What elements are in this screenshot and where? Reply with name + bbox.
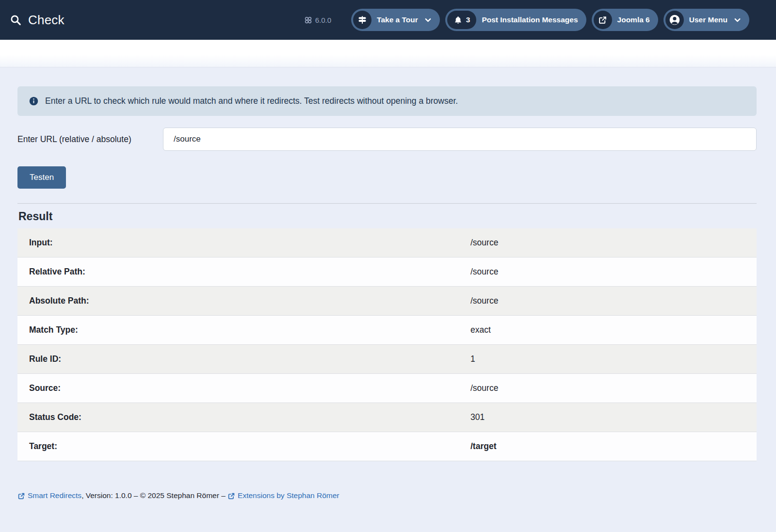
chevron-down-icon [424,16,432,24]
result-row-value: exact [470,324,491,336]
joomla-version: 6.0.0 [304,16,331,24]
result-row-status-code: Status Code: 301 [17,403,757,432]
result-heading: Result [18,210,757,223]
result-row-label: Match Type: [29,324,470,336]
external-link-icon [17,492,25,500]
result-row-label: Source: [29,383,470,394]
search-icon [10,14,22,26]
joomla-logo-icon [304,16,312,24]
main-content: Enter a URL to check which rule would ma… [0,67,776,461]
joomla-site-label: Joomla 6 [617,16,650,24]
footer-version-text: , Version: 1.0.0 – © 2025 Stephan Römer … [81,491,227,500]
testen-button[interactable]: Testen [17,166,66,189]
result-row-relative-path: Relative Path: /source [17,257,757,286]
user-menu-label: User Menu [689,16,728,24]
result-row-value: /source [470,266,498,277]
result-table: Input: /source Relative Path: /source Ab… [17,228,757,461]
extensions-link[interactable]: Extensions by Stephan Römer [227,491,339,500]
take-a-tour-label: Take a Tour [377,16,418,24]
post-installation-messages-label: Post Installation Messages [482,16,578,24]
navbar-left: Check [10,13,65,28]
user-menu-button[interactable]: User Menu [663,9,749,31]
result-row-label: Absolute Path: [29,295,470,306]
result-row-value: 301 [470,412,485,423]
messages-count-badge: 3 [466,16,470,24]
url-input-label: Enter URL (relative / absolute) [17,134,163,145]
page-title: Check [28,13,65,28]
result-row-source: Source: /source [17,373,757,403]
chevron-down-icon [734,16,741,24]
result-row-rule-id: Rule ID: 1 [17,344,757,373]
joomla-version-number: 6.0.0 [315,16,331,24]
result-row-label: Status Code: [29,412,470,423]
signpost-icon [353,11,372,29]
info-alert: Enter a URL to check which rule would ma… [17,86,757,116]
result-row-value: 1 [470,354,475,365]
smart-redirects-link-label: Smart Redirects [28,491,81,500]
result-row-value: /source [470,295,498,306]
post-installation-messages-button[interactable]: 3 Post Installation Messages [445,9,586,31]
result-row-match-type: Match Type: exact [17,315,757,344]
info-alert-text: Enter a URL to check which rule would ma… [45,96,458,106]
result-row-label: Rule ID: [29,354,470,365]
result-row-value: /source [470,383,498,394]
result-row-target: Target: /target [17,432,757,461]
url-input[interactable] [163,128,757,151]
result-row-label: Target: [29,441,470,452]
smart-redirects-link[interactable]: Smart Redirects [17,491,81,500]
page-footer: Smart Redirects , Version: 1.0.0 – © 202… [17,491,776,500]
take-a-tour-button[interactable]: Take a Tour [351,9,440,31]
result-row-value: /source [470,237,498,248]
result-row-label: Relative Path: [29,266,470,277]
toolbar-strip [0,40,776,67]
top-navbar: Check 6.0.0 Take a Tour 3 Post Installat… [0,0,776,40]
joomla-site-button[interactable]: Joomla 6 [592,9,658,31]
user-circle-icon [665,11,684,29]
navbar-right: 6.0.0 Take a Tour 3 Post Installation Me… [304,9,749,31]
result-row-input: Input: /source [17,228,757,257]
result-row-value: /target [470,441,496,452]
extensions-link-label: Extensions by Stephan Römer [238,491,339,500]
url-form-row: Enter URL (relative / absolute) [17,128,757,151]
info-icon [29,97,38,106]
notification-bell-icon: 3 [447,11,477,29]
external-link-icon [227,492,235,500]
section-divider [17,203,757,204]
result-row-label: Input: [29,237,470,248]
result-row-absolute-path: Absolute Path: /source [17,286,757,315]
external-link-icon [594,11,612,29]
